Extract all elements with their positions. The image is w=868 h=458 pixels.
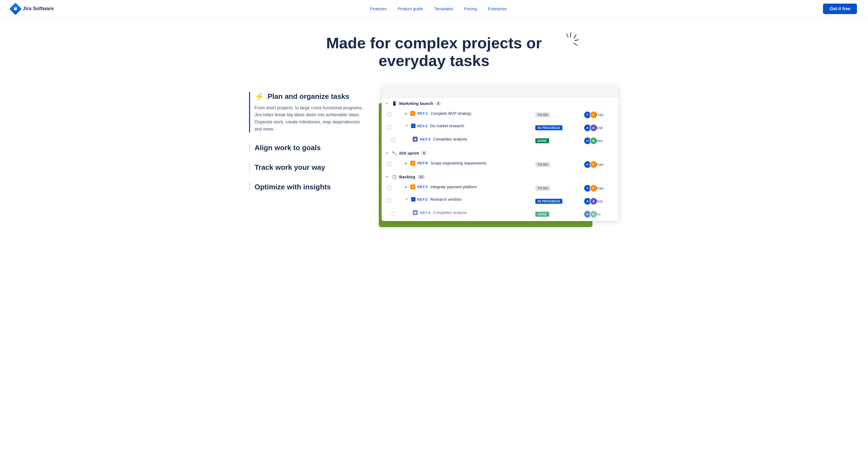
assignee-name: Fran	[596, 186, 604, 190]
task-checkbox[interactable]	[388, 125, 391, 129]
chevron-right-icon: ▶	[405, 161, 407, 165]
task-checkbox[interactable]	[392, 212, 396, 216]
task-checkbox[interactable]	[392, 138, 396, 142]
logo-text: Jira Software	[23, 6, 54, 11]
plan-desc: From short projects, to large cross-func…	[254, 104, 365, 132]
section-icon: 🔧	[392, 151, 397, 156]
nav-links: Features Product guide Templates Pricing…	[366, 4, 511, 13]
feature-plan: ⚡ Plan and organize tasks From short pro…	[249, 92, 365, 132]
table-row[interactable]: ▶ ⚡ KEY-6 Scope engineering requirements…	[382, 158, 619, 171]
chevron-down-icon: ▼	[385, 101, 389, 105]
task-key: KEY-3	[420, 211, 430, 215]
avatar-group: H H Has	[584, 137, 616, 145]
align-title: Align work to goals	[254, 144, 321, 152]
nav-pricing[interactable]: Pricing	[460, 4, 481, 13]
assignee-name: And	[596, 126, 603, 130]
task-key: KEY-3	[420, 137, 430, 141]
table-row[interactable]: ▼ ✓ KEY-2 Research vendors IN PROGRESS A…	[382, 195, 619, 208]
hero-section: Made for complex projects or everyday ta…	[0, 18, 868, 75]
task-key: KEY-2	[417, 124, 428, 128]
task-checkbox-checked: ✓	[411, 197, 415, 202]
chevron-down-icon: ▼	[405, 124, 408, 128]
assignee-name: Fran	[596, 162, 604, 167]
board-panel: ▼ 📱 Marketing launch 3	[381, 86, 619, 224]
section-title-text: Marketing launch	[399, 101, 433, 106]
task-key: KEY-1	[417, 111, 428, 115]
navbar: Jira Software Features Product guide Tem…	[0, 0, 868, 18]
track-title: Track work your way	[254, 163, 325, 172]
task-name: Complete MVP strategy	[431, 111, 471, 116]
avatar-group: A A And	[584, 124, 616, 132]
svg-line-3	[574, 43, 577, 45]
hero-decoration	[561, 31, 580, 51]
get-it-free-button[interactable]: Get it free	[823, 4, 857, 14]
section-count: 6	[421, 151, 427, 155]
task-key: KEY-1	[417, 185, 428, 189]
nav-enterprise[interactable]: Enterprise	[484, 4, 511, 13]
section-count: 12	[417, 175, 425, 179]
task-name: Do market research	[430, 124, 464, 128]
chevron-down-icon: ▼	[385, 175, 389, 179]
task-type-icon: ◆	[413, 136, 418, 142]
logo-diamond-inner	[13, 6, 18, 11]
table-row[interactable]: ▶ ⚡ KEY-1 Integrate payment platform TO …	[382, 182, 619, 195]
nav-features[interactable]: Features	[366, 4, 391, 13]
task-type-icon: ⚡	[410, 111, 415, 116]
task-checkbox-checked: ✓	[411, 124, 415, 128]
feature-track[interactable]: Track work your way	[249, 163, 365, 172]
chevron-right-icon: ▶	[405, 185, 407, 189]
avatar-group: A A And	[584, 197, 616, 205]
chevron-down-icon: ▼	[405, 197, 408, 201]
table-row[interactable]: ◆ KEY-3 Competitor analysis DONE H H Ha	[382, 208, 619, 221]
assignee-name: Fran	[596, 113, 604, 117]
avatar-group: H H Ha	[584, 210, 616, 218]
section-backlog: ▼ 📋 Backlog 12	[382, 171, 619, 182]
section-title-text: Backlog	[399, 175, 415, 179]
avatar-group: F F Fran	[584, 111, 616, 119]
status-badge: TO DO	[535, 186, 550, 191]
svg-line-2	[575, 40, 579, 40]
task-checkbox[interactable]	[388, 199, 391, 203]
task-checkbox[interactable]	[388, 162, 391, 166]
task-checkbox[interactable]	[388, 112, 391, 116]
section-count: 3	[435, 101, 441, 106]
nav-product-guide[interactable]: Product guide	[393, 4, 428, 13]
task-name: Competitor analysis	[433, 137, 467, 141]
board-header	[382, 87, 619, 98]
features-panel: ⚡ Plan and organize tasks From short pro…	[249, 86, 365, 202]
feature-align[interactable]: Align work to goals	[249, 144, 365, 152]
task-type-icon: ⚡	[410, 184, 415, 189]
task-key: KEY-2	[417, 197, 428, 202]
status-badge: DONE	[535, 212, 549, 217]
board: ▼ 📱 Marketing launch 3	[381, 86, 619, 221]
status-badge: DONE	[535, 138, 549, 143]
task-name: Scope engineering requirements	[431, 161, 487, 165]
task-name: Integrate payment platform	[431, 185, 477, 189]
task-key: KEY-6	[417, 161, 428, 165]
task-type-icon: ◆	[413, 210, 418, 215]
table-row[interactable]: ◆ KEY-3 Competitor analysis DONE H H Has	[382, 134, 619, 147]
board-table: ▼ 📱 Marketing launch 3	[382, 98, 619, 221]
feature-optimize[interactable]: Optimize with insights	[249, 183, 365, 191]
status-badge: IN PROGRESS	[535, 125, 562, 130]
svg-line-1	[574, 35, 576, 38]
assignee-name: And	[596, 199, 603, 204]
table-row[interactable]: ▶ ⚡ KEY-1 Complete MVP strategy TO DO F …	[382, 108, 619, 121]
table-row[interactable]: ▼ ✓ KEY-2 Do market research IN PROGRESS…	[382, 121, 619, 134]
status-badge: TO DO	[535, 112, 550, 117]
section-title-text: iOS sprint	[399, 151, 419, 155]
chevron-down-icon: ▼	[385, 151, 389, 155]
optimize-title: Optimize with insights	[254, 183, 331, 191]
logo[interactable]: Jira Software	[11, 4, 54, 13]
main-content: ⚡ Plan and organize tasks From short pro…	[227, 75, 641, 236]
section-marketing-launch: ▼ 📱 Marketing launch 3	[382, 98, 619, 109]
section-icon: 📱	[392, 101, 397, 106]
assignee-name: Has	[596, 139, 603, 143]
svg-line-4	[566, 34, 568, 37]
avatar-group: F F Fran	[584, 161, 616, 169]
avatar-group: F F Fran	[584, 184, 616, 192]
nav-templates[interactable]: Templates	[430, 4, 458, 13]
logo-diamond	[9, 2, 22, 15]
status-badge: IN PROGRESS	[535, 199, 562, 204]
task-checkbox[interactable]	[388, 186, 391, 190]
